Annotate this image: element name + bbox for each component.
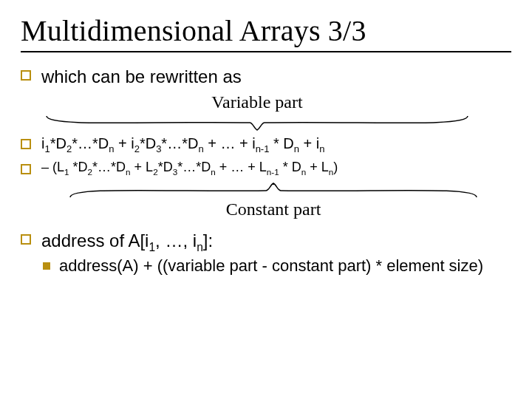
constant-part-label: Constant part <box>66 200 480 219</box>
f2-tail: ) <box>333 160 338 174</box>
b4-sub1: 1 <box>149 240 155 253</box>
square-bullet-icon <box>21 164 31 174</box>
brace-down-icon <box>43 112 471 133</box>
f2-p8: * D <box>279 160 301 174</box>
f1-p6: *…*D <box>161 135 198 151</box>
b4-tail: ]: <box>203 231 213 250</box>
bullet-row-3: – (L1 *D2*…*Dn + L2*D3*…*Dn + … + Ln-1 *… <box>21 160 511 176</box>
b4-p1: address of A[i <box>41 231 149 250</box>
f1-p3: *…*D <box>72 135 109 151</box>
b4-subn: n <box>197 240 203 253</box>
f2-p7: + … + L <box>216 160 267 174</box>
formula-constant-part: – (L1 *D2*…*Dn + L2*D3*…*Dn + … + Ln-1 *… <box>41 160 338 176</box>
content: which can be rewritten as Variable part … <box>21 66 511 276</box>
bullet-text-5: address(A) + ((variable part - constant … <box>59 256 483 276</box>
slide-title: Multidimensional Arrays 3/3 <box>21 13 511 48</box>
bullet-row-2: i1*D2*…*Dn + i2*D3*…*Dn + … + in-1 * Dn … <box>21 134 511 152</box>
f1-p8: * D <box>269 135 293 151</box>
f1-p4: + i <box>114 135 134 151</box>
square-bullet-icon <box>21 70 31 81</box>
slide: Multidimensional Arrays 3/3 which can be… <box>0 0 532 399</box>
brace-up-icon <box>66 180 480 201</box>
f1-s9: n <box>319 143 324 154</box>
sub-bullet-row-5: address(A) + ((variable part - constant … <box>43 256 511 276</box>
formula-variable-part: i1*D2*…*Dn + i2*D3*…*Dn + … + in-1 * Dn … <box>41 134 325 152</box>
bullet-text-4: address of A[i1, …, in]: <box>41 230 213 252</box>
square-bullet-icon <box>21 234 31 245</box>
bullet-row-4: address of A[i1, …, in]: <box>21 230 511 252</box>
square-small-bullet-icon <box>43 262 50 270</box>
f1-p5: *D <box>140 135 156 151</box>
f1-s1: 1 <box>44 143 50 154</box>
b4-dots: , …, i <box>155 231 197 250</box>
f2-p4: + L <box>131 160 154 174</box>
square-bullet-icon <box>21 139 31 149</box>
f1-s8: n <box>294 143 299 154</box>
f2-s7: n-1 <box>267 167 279 177</box>
title-underline <box>21 51 511 52</box>
bullet-text-1: which can be rewritten as <box>41 66 242 88</box>
f1-s6: n <box>198 143 203 154</box>
f2-lead: – (L <box>41 160 64 174</box>
bullet-row-1: which can be rewritten as <box>21 66 511 88</box>
variable-part-label: Variable part <box>43 92 471 112</box>
f2-p6: *…*D <box>177 160 211 174</box>
f1-p9: + i <box>299 135 319 151</box>
f1-s7: n-1 <box>256 143 270 154</box>
f1-s4: 2 <box>134 143 140 154</box>
f2-p9: + L <box>306 160 329 174</box>
f2-p3: *…*D <box>92 160 126 174</box>
constant-part-group: Constant part <box>66 180 511 219</box>
f2-p2: *D <box>69 160 88 174</box>
f1-p2: *D <box>50 135 66 151</box>
f2-p5: *D <box>158 160 173 174</box>
f1-p7: + … + i <box>204 135 256 151</box>
variable-part-group: Variable part <box>43 92 511 133</box>
